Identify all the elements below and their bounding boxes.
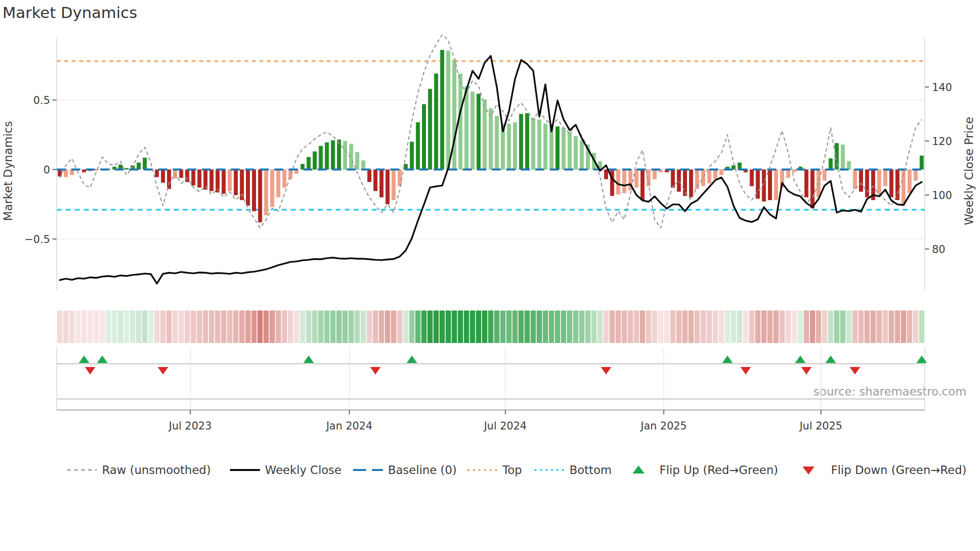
bar <box>258 170 262 222</box>
heatmap-cell <box>852 310 858 343</box>
heatmap-cell <box>755 310 760 343</box>
x-tick-label: Jul 2025 <box>798 420 842 432</box>
heatmap-cell <box>585 310 590 343</box>
heatmap-cell <box>694 310 700 343</box>
bar <box>865 170 869 198</box>
heatmap-cell <box>276 310 281 343</box>
bar <box>847 161 851 170</box>
heatmap-cell <box>258 310 263 343</box>
heatmap-cell <box>712 310 718 343</box>
bar <box>834 143 838 170</box>
bar <box>538 120 542 170</box>
heatmap-cell <box>719 310 724 343</box>
heatmap-cell <box>409 310 414 343</box>
bar <box>544 124 548 170</box>
heatmap-cell <box>810 310 816 343</box>
heatmap-cell <box>536 310 542 343</box>
bar <box>416 122 420 170</box>
bar <box>822 170 826 180</box>
bar <box>556 126 560 170</box>
flip-marker-panels <box>57 348 927 410</box>
bar <box>155 170 159 177</box>
heatmap-cell <box>227 310 232 343</box>
right-tick-label: 140 <box>932 82 952 94</box>
flip-up-marker <box>826 356 836 363</box>
legend-label: Flip Down (Green→Red) <box>831 464 966 476</box>
heatmap-cell <box>901 310 906 343</box>
heatmap-cell <box>124 310 130 343</box>
heatmap-cell <box>300 310 306 343</box>
bar <box>683 170 687 196</box>
heatmap-cell <box>700 310 706 343</box>
bar <box>841 144 845 170</box>
bar <box>143 158 147 170</box>
heatmap-cell <box>282 310 287 343</box>
heatmap-cell <box>500 310 506 343</box>
bar <box>325 142 329 170</box>
legend-item: Flip Down (Green→Red) <box>802 464 966 476</box>
heatmap-cell <box>895 310 900 343</box>
heatmap-cell <box>628 310 633 343</box>
heatmap-cell <box>148 310 154 343</box>
bar <box>270 170 274 207</box>
legend-item: Bottom <box>534 464 612 476</box>
x-tick-label: Jul 2024 <box>483 420 526 432</box>
bar <box>386 170 390 204</box>
heatmap-cell <box>63 310 68 343</box>
heatmap-cell <box>130 310 136 343</box>
flip-up-marker <box>795 356 806 363</box>
heatmap-cell <box>366 310 372 343</box>
heatmap-cell <box>816 310 822 343</box>
heatmap-cell <box>379 310 384 343</box>
heatmap-cell <box>397 310 402 343</box>
bar <box>312 152 316 170</box>
bar <box>410 142 414 170</box>
bar <box>306 157 310 170</box>
heatmap-cell <box>166 310 172 343</box>
heatmap-cell <box>616 310 621 343</box>
bar <box>234 170 238 195</box>
heatmap-cell <box>524 310 530 343</box>
right-tick-label: 100 <box>932 190 952 202</box>
bar <box>677 170 681 192</box>
heatmap-cell <box>391 310 396 343</box>
heatmap-cell <box>57 310 62 343</box>
bar <box>853 170 857 189</box>
source-text: source: sharemaestro.com <box>814 385 966 398</box>
legend-item: Baseline (0) <box>353 464 456 476</box>
heatmap-cell <box>446 310 451 343</box>
flip-up-marker <box>916 356 927 363</box>
flip-down-marker <box>370 367 380 374</box>
heatmap-cell <box>652 310 658 343</box>
heatmap-cell <box>440 310 445 343</box>
heatmap-cell <box>360 310 366 343</box>
heatmap-cell <box>488 310 494 343</box>
bar <box>786 170 790 178</box>
heatmap-cell <box>792 310 797 343</box>
heatmap-cell <box>215 310 220 343</box>
heatmap-cell <box>786 310 791 343</box>
heatmap-cell <box>828 310 834 343</box>
bar <box>507 124 511 170</box>
heatmap-cell <box>774 310 779 343</box>
bar <box>434 74 438 170</box>
heatmap-cell <box>178 310 184 343</box>
heatmap-cell <box>598 310 603 343</box>
heatmap-cell <box>288 310 294 343</box>
heatmap-cell <box>604 310 609 343</box>
bar <box>179 170 183 178</box>
legend-item: Weekly Close <box>230 464 342 476</box>
x-tick-label: Jan 2025 <box>640 420 687 432</box>
legend-label: Raw (unsmoothed) <box>102 464 211 476</box>
bar <box>374 170 378 191</box>
heatmap-cell <box>112 310 118 343</box>
heatmap-cell <box>561 310 566 343</box>
bar <box>720 170 724 175</box>
x-tick-label: Jan 2024 <box>325 420 372 432</box>
legend-flip-up-icon <box>632 466 644 474</box>
bar <box>574 136 578 170</box>
flip-up-marker <box>722 356 732 363</box>
bar <box>914 170 918 180</box>
heatmap-cell <box>555 310 560 343</box>
bar <box>264 170 268 216</box>
